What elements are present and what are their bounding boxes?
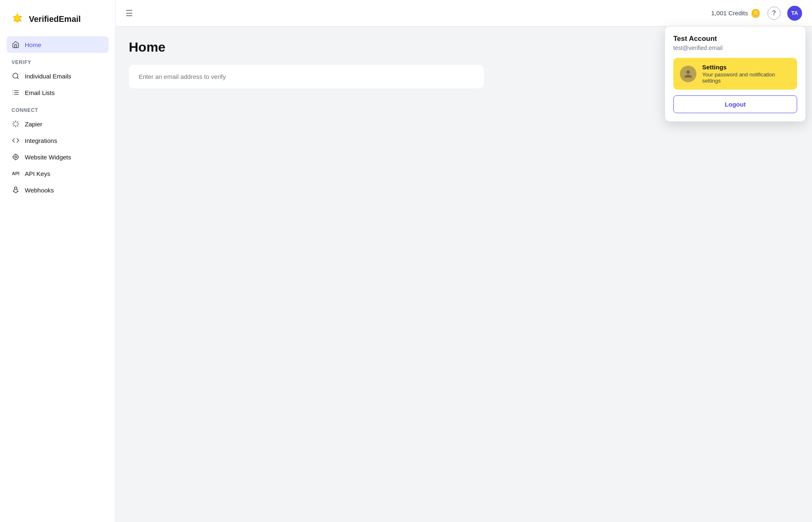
main-content: ☰ 1,001 Credits 🪙 ? TA Home Test Account… [116,0,812,522]
settings-desc: Your password and notification settings [702,71,791,84]
svg-line-3 [17,77,18,78]
logo-area: VerifiedEmail [7,8,109,36]
code-icon [12,136,20,145]
nav-item-email-lists[interactable]: Email Lists [7,84,109,101]
zapier-icon [12,120,20,128]
settings-card[interactable]: Settings Your password and notification … [673,58,797,90]
svg-point-1 [15,15,20,21]
credits-area: 1,001 Credits 🪙 [711,8,761,18]
svg-line-13 [17,125,18,126]
account-email: test@verified.email [673,45,797,51]
nav-item-integrations[interactable]: Integrations [7,132,109,149]
avatar-button[interactable]: TA [787,6,802,21]
help-button[interactable]: ? [767,7,781,20]
menu-icon[interactable]: ☰ [125,8,133,18]
nav-label-webhooks: Webhooks [25,187,54,194]
svg-line-17 [17,122,18,123]
nav-label-email-lists: Email Lists [25,89,55,96]
svg-line-16 [14,125,14,126]
email-verify-input[interactable] [139,73,474,80]
nav-label-api-keys: API Keys [25,170,50,177]
account-dropdown: Test Account test@verified.email Setting… [665,26,805,121]
nav-item-zapier[interactable]: Zapier [7,116,109,132]
settings-title: Settings [702,64,791,71]
nav-label-integrations: Integrations [25,137,57,144]
api-icon: API [12,169,20,178]
webhook-icon [12,186,20,194]
svg-point-19 [13,154,18,159]
email-input-row [139,73,474,80]
svg-point-18 [15,156,17,158]
logout-button[interactable]: Logout [673,95,797,113]
nav-item-webhooks[interactable]: Webhooks [7,182,109,198]
nav-item-website-widgets[interactable]: Website Widgets [7,149,109,165]
sidebar: VerifiedEmail Home VERIFY Individual Ema… [0,0,116,522]
list-icon [12,88,20,97]
settings-avatar-icon [680,66,696,82]
topbar-right: 1,001 Credits 🪙 ? TA [711,6,802,21]
nav-label-home: Home [25,41,41,48]
nav-item-api-keys[interactable]: API API Keys [7,165,109,182]
topbar: ☰ 1,001 Credits 🪙 ? TA [116,0,812,26]
section-label-verify: VERIFY [7,53,109,68]
widget-icon [12,153,20,161]
coin-icon: 🪙 [750,8,761,18]
settings-text: Settings Your password and notification … [702,64,791,84]
nav-item-home[interactable]: Home [7,36,109,53]
search-icon [12,72,20,80]
home-icon [12,40,20,49]
svg-line-12 [14,122,14,123]
nav-label-individual: Individual Emails [25,73,71,80]
section-label-connect: CONNECT [7,101,109,116]
nav-item-individual-emails[interactable]: Individual Emails [7,68,109,84]
logo-text: VerifiedEmail [29,14,81,24]
credits-label: 1,001 Credits [711,9,748,17]
account-name: Test Account [673,35,797,43]
nav-label-zapier: Zapier [25,121,43,128]
nav-label-website-widgets: Website Widgets [25,154,71,161]
email-verify-card [129,65,484,88]
logo-icon [10,12,25,26]
